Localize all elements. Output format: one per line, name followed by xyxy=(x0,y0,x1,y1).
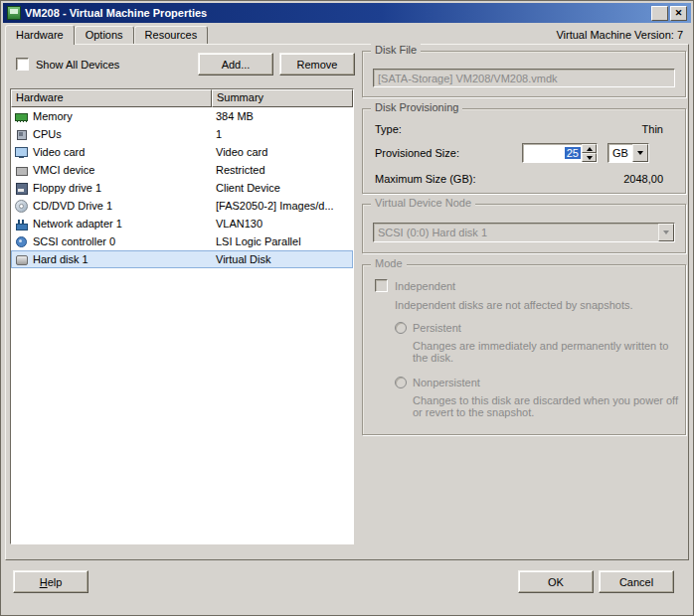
nonpersistent-radio xyxy=(395,377,407,388)
row-cpus[interactable]: CPUs 1 xyxy=(11,125,353,143)
device-label: VMCI device xyxy=(33,164,94,176)
virtual-device-node-dropdown-button xyxy=(658,224,674,241)
device-cell: Memory xyxy=(11,110,212,123)
ok-button[interactable]: OK xyxy=(518,570,594,593)
vm-properties-window: VM208 - Virtual Machine Properties ✕ Har… xyxy=(0,0,694,616)
titlebar-extra-button[interactable] xyxy=(651,6,668,21)
row-scsi-controller[interactable]: SCSI controller 0 LSI Logic Parallel xyxy=(11,232,353,250)
device-cell: CPUs xyxy=(11,128,212,141)
cd-dvd-drive-icon xyxy=(15,200,28,213)
summary-cell: Client Device xyxy=(212,182,353,194)
tab-resources[interactable]: Resources xyxy=(134,26,209,44)
summary-cell: VLAN130 xyxy=(212,218,353,230)
device-label: Floppy drive 1 xyxy=(33,182,101,194)
independent-label: Independent xyxy=(395,280,455,292)
memory-icon xyxy=(15,110,28,123)
disk-provisioning-group-label: Disk Provisioning xyxy=(371,101,462,113)
spin-down-button[interactable] xyxy=(582,153,597,162)
summary-cell: Video card xyxy=(212,146,353,158)
device-cell: Hard disk 1 xyxy=(11,253,212,266)
virtual-device-node-group: Virtual Device Node SCSI (0:0) Hard disk… xyxy=(362,204,686,253)
independent-description: Independent disks are not affected by sn… xyxy=(395,299,633,311)
type-value: Thin xyxy=(642,123,663,135)
virtual-device-node-select: SCSI (0:0) Hard disk 1 xyxy=(373,223,675,242)
nonpersistent-description: Changes to this disk are discarded when … xyxy=(413,394,683,418)
scsi-controller-icon xyxy=(15,235,28,248)
device-cell: SCSI controller 0 xyxy=(11,235,212,248)
dropdown-arrow-icon xyxy=(663,231,669,234)
row-vmci-device[interactable]: VMCI device Restricted xyxy=(11,161,353,179)
spin-up-icon xyxy=(587,147,593,151)
tab-hardware-label: Hardware xyxy=(16,29,64,41)
summary-cell: Virtual Disk xyxy=(212,253,353,265)
vm-icon xyxy=(7,6,21,20)
help-button[interactable]: Help xyxy=(13,570,88,593)
summary-cell: 384 MB xyxy=(212,110,353,122)
vm-version-label: Virtual Machine Version: 7 xyxy=(556,29,689,41)
virtual-device-node-value: SCSI (0:0) Hard disk 1 xyxy=(374,224,658,241)
size-unit-select[interactable]: GB xyxy=(607,143,649,163)
size-unit-dropdown-button[interactable] xyxy=(632,144,648,162)
disk-file-group: Disk File [SATA-Storage] VM208/VM208.vmd… xyxy=(362,51,686,97)
independent-checkbox xyxy=(375,279,388,292)
maximum-size-value: 2048,00 xyxy=(623,173,663,185)
tab-options[interactable]: Options xyxy=(75,26,134,44)
hardware-device-table: Hardware Summary Memory 384 MB CPUs 1 Vi… xyxy=(10,88,354,544)
disk-file-input: [SATA-Storage] VM208/VM208.vmdk xyxy=(373,69,675,87)
provisioned-size-label: Provisioned Size: xyxy=(375,147,459,159)
row-network-adapter[interactable]: Network adapter 1 VLAN130 xyxy=(11,215,353,232)
disk-file-group-label: Disk File xyxy=(371,44,421,56)
device-cell: CD/DVD Drive 1 xyxy=(11,200,212,213)
device-cell: Video card xyxy=(11,146,212,159)
provisioned-size-value: 25 xyxy=(565,147,581,159)
dropdown-arrow-icon xyxy=(637,151,643,155)
help-button-label: Help xyxy=(40,576,63,588)
row-cd-dvd-drive[interactable]: CD/DVD Drive 1 [FAS2050-2] Images/d... xyxy=(11,197,353,215)
hard-disk-icon xyxy=(15,253,28,266)
remove-button[interactable]: Remove xyxy=(279,53,355,76)
row-video-card[interactable]: Video card Video card xyxy=(11,143,353,161)
remove-button-label: Remove xyxy=(297,59,338,71)
row-memory[interactable]: Memory 384 MB xyxy=(11,107,353,125)
device-label: Hard disk 1 xyxy=(33,253,88,265)
tab-resources-label: Resources xyxy=(145,29,198,41)
hardware-column-header[interactable]: Hardware xyxy=(11,89,212,107)
floppy-drive-icon xyxy=(15,182,28,195)
hardware-tab-page: Show All Devices Add... Remove Hardware … xyxy=(5,44,689,560)
spin-up-button[interactable] xyxy=(582,144,597,153)
summary-column-header[interactable]: Summary xyxy=(212,89,353,107)
device-label: Memory xyxy=(33,110,73,122)
show-all-devices-checkbox[interactable] xyxy=(16,58,29,71)
disk-provisioning-group: Disk Provisioning Type: Thin Provisioned… xyxy=(362,108,686,194)
cancel-button[interactable]: Cancel xyxy=(599,570,674,593)
tab-options-label: Options xyxy=(86,29,123,41)
video-card-icon xyxy=(15,146,28,159)
summary-cell: 1 xyxy=(212,128,353,140)
cpu-icon xyxy=(15,128,28,141)
add-button-label: Add... xyxy=(222,59,251,71)
mode-group-label: Mode xyxy=(371,257,407,269)
tab-hardware[interactable]: Hardware xyxy=(5,25,75,45)
row-floppy-drive[interactable]: Floppy drive 1 Client Device xyxy=(11,179,353,197)
network-adapter-icon xyxy=(15,218,28,231)
close-button[interactable]: ✕ xyxy=(670,6,687,21)
row-hard-disk[interactable]: Hard disk 1 Virtual Disk xyxy=(11,250,353,268)
device-cell: Floppy drive 1 xyxy=(11,182,212,195)
window-title: VM208 - Virtual Machine Properties xyxy=(25,7,649,19)
titlebar: VM208 - Virtual Machine Properties ✕ xyxy=(3,3,691,23)
cancel-button-label: Cancel xyxy=(619,576,653,588)
spin-down-icon xyxy=(587,156,593,160)
size-spinner xyxy=(582,144,597,162)
device-cell: VMCI device xyxy=(11,164,212,177)
add-button[interactable]: Add... xyxy=(198,53,273,76)
summary-cell: LSI Logic Parallel xyxy=(212,235,353,247)
mode-group: Mode Independent Independent disks are n… xyxy=(362,264,686,435)
ok-button-label: OK xyxy=(548,576,564,588)
virtual-device-node-group-label: Virtual Device Node xyxy=(371,197,475,209)
device-label: CPUs xyxy=(33,128,62,140)
device-label: CD/DVD Drive 1 xyxy=(33,200,112,212)
summary-cell: Restricted xyxy=(212,164,353,176)
show-all-devices-label: Show All Devices xyxy=(36,59,119,71)
persistent-description: Changes are immediately and permanently … xyxy=(413,340,673,364)
provisioned-size-input[interactable]: 25 xyxy=(522,143,598,163)
